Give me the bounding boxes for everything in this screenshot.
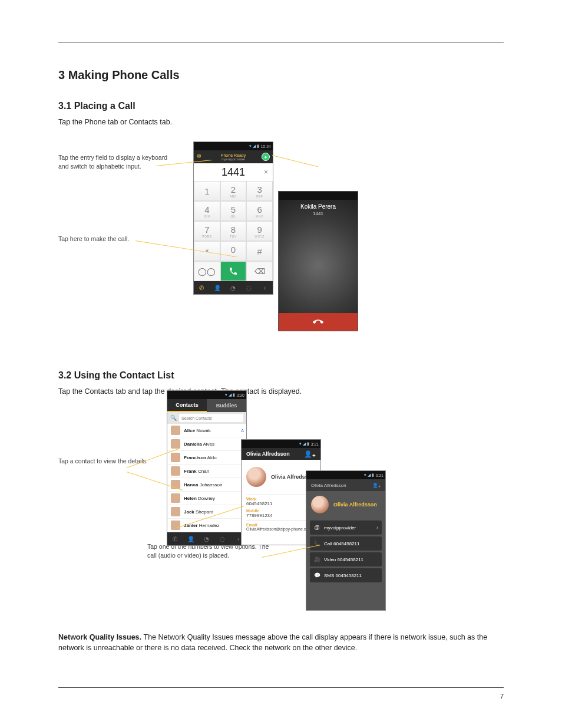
- app-logo-icon: ꔮ: [197, 153, 205, 161]
- keypad-8[interactable]: 8TUV: [220, 221, 247, 241]
- status-bar: ▾ ◢ ▮ 3:21: [242, 440, 320, 448]
- status-bar: ▾ ◢ ▮ 10:24: [194, 142, 273, 150]
- action-label: myvoipprovider: [324, 525, 356, 531]
- add-contact-icon[interactable]: 👤₊: [372, 483, 381, 488]
- action-menu-phone: ▾ ◢ ▮ 3:21 Olivia Alfredsson 👤₊ Olivia A…: [306, 470, 386, 611]
- action-item[interactable]: 📞Call 6045458211: [310, 536, 382, 551]
- action-icon: 🎥: [313, 556, 320, 562]
- keypad: 12ABC3DEF4GHI5JKL6MNO7PQRS8TUV9WXYZ*0+#: [194, 181, 273, 261]
- network-note-title: Network Quality Issues.: [58, 633, 144, 641]
- tab-bar: ✆ 👤 ◔ ◌ ‹: [194, 281, 273, 294]
- status-time: 3:21: [375, 473, 384, 477]
- keypad-4[interactable]: 4GHI: [194, 201, 220, 221]
- battery-icon: ▮: [233, 393, 235, 397]
- action-item[interactable]: 💬SMS 6045458211: [310, 568, 382, 582]
- signal-icon: ◢: [229, 393, 232, 397]
- callout-dialer-call: Tap here to make the call.: [58, 235, 173, 243]
- clear-entry-icon[interactable]: ×: [264, 168, 268, 176]
- contact-row[interactable]: Frank Chan: [167, 465, 246, 478]
- keypad-6[interactable]: 6MNO: [246, 201, 273, 221]
- dial-entry-value: 1441: [222, 166, 245, 179]
- phone-ready-label: Phone Ready: [205, 153, 262, 157]
- tab-history[interactable]: ◔: [226, 281, 242, 294]
- presence-icon[interactable]: ●: [262, 153, 270, 161]
- contact-row[interactable]: Helen Downey: [167, 492, 246, 505]
- callout-line: [272, 155, 318, 167]
- status-time: 3:21: [310, 442, 319, 446]
- incall-background: [279, 200, 358, 331]
- status-time: 10:24: [260, 144, 271, 149]
- tab-history[interactable]: ◔: [199, 532, 215, 545]
- action-item[interactable]: 🎥Video 6045458211: [310, 552, 382, 566]
- keypad-9[interactable]: 9WXYZ: [246, 221, 273, 241]
- tab-phone[interactable]: ✆: [167, 532, 183, 545]
- contact-row[interactable]: Jack Shepard: [167, 505, 246, 519]
- keypad-2[interactable]: 2ABC: [220, 181, 247, 201]
- detail-header: Olivia Alfredsson 👤₊: [242, 448, 320, 460]
- signal-icon: ◢: [253, 144, 256, 149]
- search-input[interactable]: [179, 414, 243, 422]
- contact-name: Daniella Alves: [184, 442, 214, 447]
- voicemail-button[interactable]: ◯◯: [194, 261, 220, 281]
- keypad-7[interactable]: 7PQRS: [194, 221, 220, 241]
- signal-icon: ◢: [303, 442, 306, 446]
- search-icon: 🔍: [170, 415, 177, 421]
- avatar: [246, 467, 266, 487]
- battery-icon: ▮: [257, 144, 259, 149]
- tab-contacts[interactable]: 👤: [210, 281, 226, 294]
- contact-row[interactable]: Alice NowakA: [167, 424, 246, 437]
- backspace-button[interactable]: ⌫: [246, 261, 273, 281]
- callout-contacts-open: Tap a contact to view the details.: [58, 457, 153, 466]
- network-note: Network Quality Issues. The Network Qual…: [58, 632, 504, 653]
- tab-more[interactable]: ‹: [257, 281, 273, 294]
- action-item[interactable]: @myvoipprovider›: [310, 521, 382, 535]
- call-button[interactable]: [220, 261, 247, 281]
- keypad-3[interactable]: 3DEF: [246, 181, 273, 201]
- contact-list: Alice NowakADaniella AlvesFrancisco Aldo…: [167, 424, 246, 532]
- menu-header-title: Olivia Alfredsson: [311, 483, 346, 488]
- keypad-*[interactable]: *: [194, 241, 220, 261]
- contact-row[interactable]: Hanna Johansson: [167, 478, 246, 492]
- menu-header: Olivia Alfredsson 👤₊: [306, 479, 385, 491]
- add-contact-icon[interactable]: 👤₊: [304, 450, 316, 458]
- section-3.2-title: 3.2 Using the Contact List: [58, 368, 174, 382]
- tab-im[interactable]: ◌: [241, 281, 257, 294]
- action-label: Video 6045458211: [324, 557, 363, 562]
- tab-im[interactable]: ◌: [214, 532, 230, 545]
- tab-phone[interactable]: ✆: [194, 281, 210, 294]
- detail-header-title: Olivia Alfredsson: [246, 451, 290, 457]
- contacts-tabs: Contacts Buddies: [167, 399, 246, 412]
- dial-entry-field[interactable]: 1441 ×: [194, 163, 273, 181]
- keypad-0[interactable]: 0+: [220, 241, 247, 261]
- tab-contacts[interactable]: 👤: [183, 532, 199, 545]
- tab-buddies[interactable]: Buddies: [207, 399, 246, 412]
- avatar: [171, 507, 180, 516]
- contact-name: Frank Chan: [184, 469, 209, 474]
- keypad-1[interactable]: 1: [194, 181, 220, 201]
- keypad-5[interactable]: 5JKL: [220, 201, 247, 221]
- hangup-button[interactable]: [279, 313, 358, 331]
- intro-text-1: Tap the Phone tab or Contacts tab.: [58, 117, 172, 127]
- contacts-phone: ▾ ◢ ▮ 3:20 Contacts Buddies 🔍 Alice Nowa…: [167, 390, 247, 546]
- action-menu-list: @myvoipprovider›📞Call 6045458211🎥Video 6…: [306, 518, 385, 587]
- status-bar: [279, 192, 358, 200]
- avatar: [171, 466, 180, 476]
- section-3-title: 3 Making Phone Calls: [58, 67, 180, 84]
- wifi-icon: ▾: [225, 393, 227, 397]
- signal-icon: ◢: [368, 473, 371, 477]
- contact-name: Alice Nowak: [184, 428, 211, 433]
- incall-number: 1441: [279, 211, 358, 216]
- wifi-icon: ▾: [364, 473, 366, 477]
- avatar: [171, 493, 180, 503]
- tab-contacts-list[interactable]: Contacts: [167, 399, 207, 412]
- avatar: [311, 496, 329, 513]
- action-label: Call 6045458211: [324, 541, 360, 546]
- battery-icon: ▮: [307, 442, 309, 446]
- page-top-rule: [58, 42, 504, 42]
- keypad-#[interactable]: #: [246, 241, 273, 261]
- avatar: [171, 426, 180, 435]
- incall-phone: Kokila Perera 1441: [278, 191, 358, 331]
- wifi-icon: ▾: [299, 442, 302, 446]
- contact-row[interactable]: Janier Hernadez: [167, 519, 246, 532]
- contact-row[interactable]: Francisco Aldo: [167, 451, 246, 465]
